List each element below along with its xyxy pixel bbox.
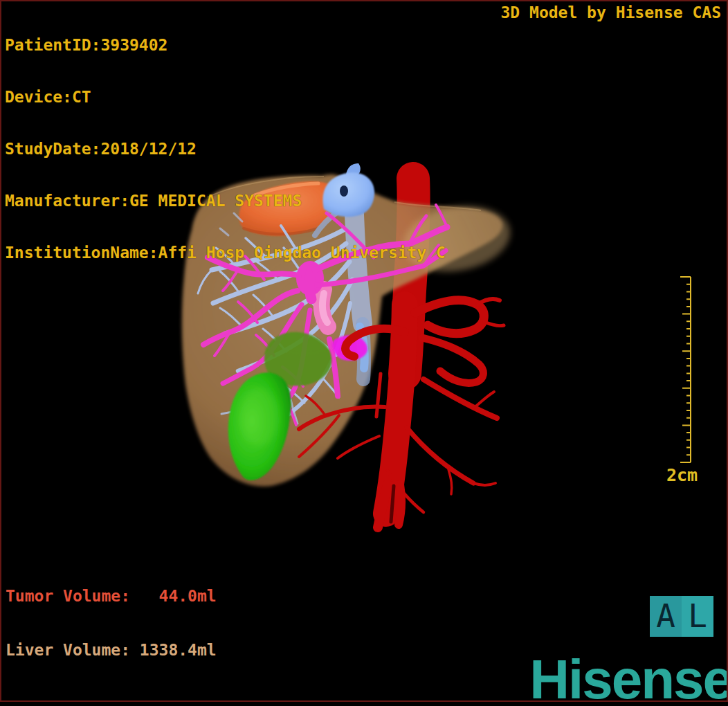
volume-readout: Tumor Volume: 44.0ml Liver Volume: 1338.… [6, 551, 217, 695]
tumor-volume: Tumor Volume: 44.0ml [6, 587, 217, 605]
study-date: StudyDate:2018/12/12 [5, 141, 446, 158]
orientation-letter-a: A [656, 600, 675, 632]
dicom-metadata: PatientID:3939402 Device:CT StudyDate:20… [5, 2, 446, 296]
viewer-canvas: PatientID:3939402 Device:CT StudyDate:20… [0, 0, 728, 706]
patient-id: PatientID:3939402 [5, 37, 446, 54]
scale-label: 2cm [666, 465, 698, 485]
manufacturer: Manufacturer:GE MEDICAL SYSTEMS [5, 192, 446, 210]
hisense-logo: Hisense [529, 649, 728, 706]
device: Device:CT [5, 89, 446, 106]
scale-ruler [680, 277, 691, 462]
orientation-marker: A L [650, 596, 713, 637]
liver-volume: Liver Volume: 1338.4ml [6, 641, 217, 659]
orientation-letter-l: L [688, 600, 707, 632]
watermark-title: 3D Model by Hisense CAS [501, 3, 722, 21]
institution-name: InstitutionName:Affi Hosp Qingdao Univer… [5, 244, 446, 262]
